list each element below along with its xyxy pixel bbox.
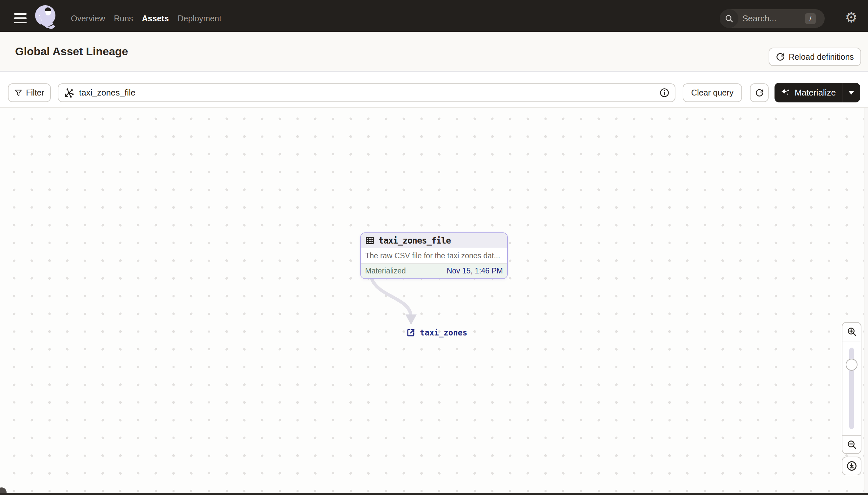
asset-node-taxi-zones-file[interactable]: taxi_zones_file The raw CSV file for the…	[360, 233, 508, 279]
nav-item-deployment[interactable]: Deployment	[178, 14, 222, 23]
asset-node-description: The raw CSV file for the taxi zones dat.…	[361, 248, 507, 263]
dagster-app: Overview Runs Assets Deployment / ⚙ Glob…	[0, 0, 868, 495]
zoom-slider-knob[interactable]	[846, 359, 857, 371]
recenter-download-button[interactable]	[842, 457, 862, 475]
materialize-dropdown-button[interactable]	[842, 83, 860, 102]
asset-node-title: taxi_zones_file	[378, 236, 451, 245]
materialize-label: Materialize	[795, 88, 836, 98]
dagster-logo-icon[interactable]	[34, 5, 57, 29]
chevron-down-icon	[848, 91, 854, 95]
global-search[interactable]: /	[720, 9, 825, 28]
search-icon	[720, 9, 739, 28]
info-icon[interactable]	[659, 88, 670, 98]
hamburger-menu-icon[interactable]	[14, 13, 26, 24]
zoom-in-button[interactable]	[842, 322, 862, 341]
zoom-out-button[interactable]	[842, 436, 862, 454]
clear-query-button[interactable]: Clear query	[683, 83, 742, 102]
settings-gear-icon[interactable]: ⚙	[844, 10, 859, 25]
funnel-icon	[14, 89, 22, 97]
page-header: Global Asset Lineage	[0, 32, 868, 71]
downstream-asset-link[interactable]: taxi_zones	[406, 328, 467, 338]
sparkles-icon	[781, 88, 791, 98]
clear-query-label: Clear query	[691, 88, 733, 98]
asset-selection-input[interactable]	[78, 87, 655, 98]
external-link-icon	[406, 328, 415, 338]
materialized-status-badge: Materialized	[365, 267, 406, 275]
refresh-icon	[776, 52, 785, 62]
downstream-asset-name: taxi_zones	[420, 328, 467, 338]
reload-definitions-button[interactable]: Reload definitions	[768, 48, 861, 66]
table-icon	[365, 236, 375, 245]
main-nav: Overview Runs Assets Deployment	[71, 0, 222, 32]
vertical-scrollbar[interactable]	[864, 108, 868, 493]
reload-definitions-label: Reload definitions	[789, 52, 854, 62]
filter-button[interactable]: Filter	[8, 83, 51, 102]
page-title: Global Asset Lineage	[15, 45, 128, 58]
top-navbar: Overview Runs Assets Deployment / ⚙	[0, 0, 868, 32]
asset-node-footer: Materialized Nov 15, 1:46 PM	[361, 263, 507, 278]
op-selector-icon	[64, 88, 74, 98]
nav-item-runs[interactable]: Runs	[114, 14, 133, 23]
search-shortcut-badge: /	[805, 13, 816, 24]
asset-selection-input-box	[58, 83, 675, 102]
refresh-graph-button[interactable]	[750, 83, 768, 102]
asset-node-header: taxi_zones_file	[361, 233, 507, 248]
refresh-icon	[755, 89, 764, 97]
materialized-timestamp[interactable]: Nov 15, 1:46 PM	[447, 267, 503, 275]
nav-item-assets[interactable]: Assets	[142, 14, 169, 23]
bottom-edge-bar	[0, 493, 868, 495]
lineage-canvas[interactable]	[0, 108, 864, 493]
filter-button-label: Filter	[26, 88, 44, 98]
nav-item-overview[interactable]: Overview	[71, 14, 105, 23]
materialize-button[interactable]: Materialize	[775, 83, 842, 102]
